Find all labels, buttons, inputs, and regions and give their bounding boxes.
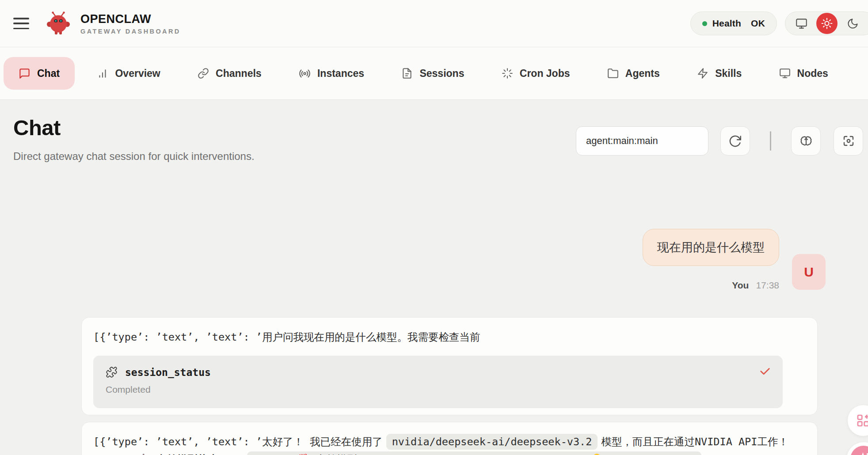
- refresh-icon: [728, 134, 742, 148]
- zap-icon: [697, 68, 708, 79]
- user-avatar: U: [792, 254, 826, 290]
- primary-nav: Chat Overview Channels Instances: [0, 47, 868, 100]
- page-subtitle: Direct gateway chat session for quick in…: [13, 150, 255, 163]
- health-dot-icon: [702, 21, 707, 26]
- sparkle-logo-icon: [850, 446, 868, 455]
- user-message-bubble: 现在用的是什么模型: [643, 229, 779, 266]
- memory-button[interactable]: [791, 126, 821, 155]
- tool-call-card[interactable]: session_status Completed: [93, 356, 783, 408]
- app-title: OPENCLAW: [80, 12, 181, 26]
- message-time: 17:38: [756, 280, 779, 291]
- tab-channels[interactable]: Channels: [183, 57, 277, 90]
- session-controls: [576, 126, 863, 155]
- floating-assistant-button[interactable]: [847, 442, 868, 455]
- tab-sessions[interactable]: Sessions: [386, 57, 479, 90]
- focus-button[interactable]: [834, 126, 863, 155]
- tab-chat[interactable]: Chat: [4, 57, 75, 90]
- user-message-group: 现在用的是什么模型 You 17:38 U: [643, 229, 826, 291]
- openclaw-mascot-logo: [46, 11, 72, 35]
- loader-icon: [502, 68, 513, 79]
- tab-sessions-label: Sessions: [419, 68, 464, 80]
- panels-arrow-icon: [856, 413, 868, 428]
- focus-scan-icon: [842, 134, 855, 148]
- health-label: Health: [712, 18, 741, 29]
- assistant-message-card: [{’type’: ’text’, ’text’: ’用户问我现在用的是什么模型…: [81, 317, 818, 415]
- page-title: Chat: [13, 115, 61, 140]
- tab-skills-label: Skills: [715, 68, 742, 80]
- check-icon: [759, 365, 771, 378]
- tab-agents[interactable]: Agents: [592, 57, 675, 90]
- link-icon: [198, 68, 209, 79]
- bar-chart-icon: [97, 68, 108, 79]
- file-text-icon: [401, 68, 413, 79]
- hamburger-menu-icon[interactable]: [13, 18, 29, 29]
- tab-nodes[interactable]: Nodes: [764, 57, 843, 90]
- sun-icon: [821, 18, 833, 29]
- tab-cron-jobs-label: Cron Jobs: [520, 68, 570, 80]
- tool-name: session_status: [125, 367, 211, 378]
- assistant-message-card: [{’type’: ’text’, ’text’: ’太好了！ 我已经在使用了n…: [81, 422, 818, 455]
- tab-overview-label: Overview: [115, 68, 160, 80]
- puzzle-icon: [106, 366, 118, 378]
- assistant-message-rich-line: [{’type’: ’text’, ’text’: ’太好了！ 我已经在使用了n…: [93, 433, 805, 451]
- theme-dark-button[interactable]: [842, 13, 863, 34]
- broadcast-icon: [299, 68, 311, 80]
- app-header: OPENCLAW GATEWAY DASHBOARD Health OK: [0, 0, 868, 47]
- theme-system-button[interactable]: [791, 13, 812, 34]
- tab-cron-jobs[interactable]: Cron Jobs: [487, 57, 585, 90]
- chat-bubble-icon: [19, 68, 30, 80]
- tool-status: Completed: [106, 384, 770, 395]
- health-status-badge: Health OK: [690, 11, 777, 35]
- assistant-message-rich-line: \n\n## 🤖 当前模型状态\n\nyaml]\n🦞 当前模型: nvidia…: [93, 451, 805, 455]
- controls-divider: [770, 131, 771, 151]
- brain-icon: [799, 134, 813, 148]
- theme-switcher: [785, 11, 868, 35]
- refresh-button[interactable]: [720, 126, 750, 155]
- message-author: You: [732, 280, 749, 291]
- tab-channels-label: Channels: [216, 68, 262, 80]
- floating-panels-button[interactable]: [848, 405, 868, 436]
- brand-block: OPENCLAW GATEWAY DASHBOARD: [80, 12, 181, 35]
- folder-icon: [607, 68, 619, 79]
- tab-instances-label: Instances: [317, 68, 364, 80]
- tab-agents-label: Agents: [625, 68, 660, 80]
- monitor-icon: [779, 68, 791, 79]
- tab-skills[interactable]: Skills: [682, 57, 757, 90]
- user-message-meta: You 17:38: [732, 280, 779, 291]
- tab-chat-label: Chat: [37, 68, 60, 80]
- main-content: Chat Direct gateway chat session for qui…: [0, 101, 868, 455]
- assistant-message-text: [{’type’: ’text’, ’text’: ’用户问我现在用的是什么模型…: [93, 328, 805, 346]
- tab-nodes-label: Nodes: [797, 68, 828, 80]
- tab-instances[interactable]: Instances: [284, 57, 379, 90]
- app-subtitle: GATEWAY DASHBOARD: [80, 28, 181, 35]
- theme-light-button[interactable]: [816, 13, 838, 34]
- moon-icon: [847, 18, 859, 30]
- session-id-input[interactable]: [576, 126, 708, 155]
- health-status-value: OK: [751, 18, 765, 29]
- tab-overview[interactable]: Overview: [82, 57, 175, 90]
- monitor-icon: [796, 18, 807, 30]
